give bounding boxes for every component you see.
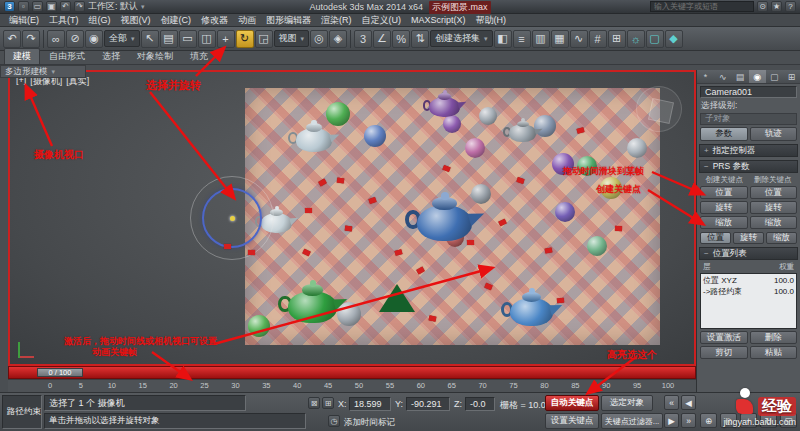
keyinfo-旋转-button[interactable]: 旋转 xyxy=(733,232,764,244)
list-剪切-button[interactable]: 剪切 xyxy=(700,346,748,359)
menu-MAXScript(X)[interactable]: MAXScript(X) xyxy=(406,14,471,27)
list-粘贴-button[interactable]: 粘贴 xyxy=(750,346,798,359)
scene-teapot[interactable] xyxy=(285,280,341,324)
render-setup-icon[interactable]: ☼ xyxy=(627,30,645,48)
viewcube[interactable] xyxy=(636,86,682,132)
hierarchy-tab[interactable]: ▤ xyxy=(731,70,748,83)
favorites-icon[interactable]: ★ xyxy=(771,1,782,12)
scene-sphere[interactable] xyxy=(577,156,597,176)
angle-snap-icon[interactable]: ∠ xyxy=(373,30,391,48)
create-key-缩放-button[interactable]: 缩放 xyxy=(700,216,748,229)
save-file-icon[interactable]: ▣ xyxy=(46,1,57,12)
window-crossing-icon[interactable]: ◫ xyxy=(198,30,216,48)
scene-sphere[interactable] xyxy=(552,153,574,175)
list-item[interactable]: ->路径约束100.0 xyxy=(703,286,794,297)
menu-渲染(R)[interactable]: 渲染(R) xyxy=(316,14,357,27)
zoom-icon[interactable]: ⊕ xyxy=(700,413,717,428)
scene-teapot[interactable] xyxy=(293,120,335,153)
scene-sphere[interactable] xyxy=(248,315,270,337)
menu-工具(T)[interactable]: 工具(T) xyxy=(44,14,84,27)
display-tab[interactable]: ▢ xyxy=(766,70,783,83)
maxscript-mini-listener[interactable]: 路径约束 xyxy=(2,395,42,429)
motion-tab[interactable]: ◉ xyxy=(749,70,766,83)
ribbon-toggle-icon[interactable]: ▦ xyxy=(551,30,569,48)
set-key-button[interactable]: 设置关键点 xyxy=(545,413,599,429)
delete-key-缩放-button[interactable]: 缩放 xyxy=(750,216,798,229)
align-icon[interactable]: ≡ xyxy=(513,30,531,48)
material-editor-icon[interactable]: ⊞ xyxy=(608,30,626,48)
trajectories-button[interactable]: 轨迹 xyxy=(750,127,798,141)
redo-quick-icon[interactable]: ↷ xyxy=(74,1,85,12)
select-object-icon[interactable]: ↖ xyxy=(141,30,159,48)
track-bar[interactable]: 0 / 100 xyxy=(8,366,696,379)
y-coordinate-field[interactable]: -90.291 xyxy=(406,397,450,411)
help-icon[interactable]: ? xyxy=(785,1,796,12)
zoom-extents-icon[interactable]: ◎ xyxy=(720,413,737,428)
menu-修改器[interactable]: 修改器 xyxy=(196,14,233,27)
menu-动画[interactable]: 动画 xyxy=(233,14,261,27)
time-tag-clock-icon[interactable]: ◷ xyxy=(328,415,340,427)
redo-icon[interactable]: ↷ xyxy=(22,30,40,48)
x-coordinate-field[interactable]: 18.599 xyxy=(349,397,391,411)
unlink-icon[interactable]: ⊘ xyxy=(66,30,84,48)
undo-icon[interactable]: ↶ xyxy=(3,30,21,48)
list-删除-button[interactable]: 删除 xyxy=(750,331,798,344)
time-slider-handle[interactable]: 0 / 100 xyxy=(37,368,83,377)
key-filters-button[interactable]: 关键点过滤器... xyxy=(601,413,663,429)
go-start-icon[interactable]: « xyxy=(664,395,679,410)
create-key-位置-button[interactable]: 位置 xyxy=(700,186,748,199)
pan-icon[interactable]: + xyxy=(740,413,757,428)
scene-teapot[interactable] xyxy=(507,118,539,143)
undo-quick-icon[interactable]: ↶ xyxy=(60,1,71,12)
parameters-button[interactable]: 参数 xyxy=(700,127,748,141)
orbit-icon[interactable]: ↻ xyxy=(760,413,777,428)
z-coordinate-field[interactable]: -0.0 xyxy=(465,397,495,411)
prev-frame-icon[interactable]: ◀ xyxy=(681,395,696,410)
menu-帮助(H)[interactable]: 帮助(H) xyxy=(471,14,512,27)
new-scene-icon[interactable]: ▫ xyxy=(18,1,29,12)
absolute-mode-icon[interactable]: ⊞ xyxy=(322,397,334,409)
add-time-tag[interactable]: 添加时间标记 xyxy=(344,417,395,429)
scene-sphere[interactable] xyxy=(364,125,386,147)
scene-teapot[interactable] xyxy=(259,206,295,234)
assign-controller-rollout[interactable]: + 指定控制器 xyxy=(699,144,798,157)
scene-sphere[interactable] xyxy=(465,138,485,158)
sub-object-button[interactable]: 子对象 xyxy=(700,113,797,125)
mirror-icon[interactable]: ◧ xyxy=(494,30,512,48)
spinner-snap-icon[interactable]: ⇅ xyxy=(411,30,429,48)
menu-编辑(E)[interactable]: 编辑(E) xyxy=(4,14,44,27)
named-selection-sets-dropdown[interactable]: 创建选择集▾ xyxy=(430,30,493,47)
ref-coord-dropdown[interactable]: 视图▾ xyxy=(274,30,310,47)
select-link-icon[interactable]: ∞ xyxy=(47,30,65,48)
search-icon[interactable]: ⊙ xyxy=(757,1,768,12)
scene-pyramid[interactable] xyxy=(379,284,415,312)
percent-snap-icon[interactable]: % xyxy=(392,30,410,48)
render-production-icon[interactable]: ◆ xyxy=(665,30,683,48)
schematic-view-icon[interactable]: # xyxy=(589,30,607,48)
scene-sphere[interactable] xyxy=(555,202,575,222)
select-manipulate-icon[interactable]: ◈ xyxy=(329,30,347,48)
scene-sphere[interactable] xyxy=(600,177,622,199)
keyinfo-缩放-button[interactable]: 缩放 xyxy=(766,232,797,244)
selection-filter-dropdown[interactable]: 全部▾ xyxy=(104,30,140,47)
bind-spacewarp-icon[interactable]: ◉ xyxy=(85,30,103,48)
scene-sphere[interactable] xyxy=(479,107,497,125)
keyinfo-位置-button[interactable]: 位置 xyxy=(700,232,731,244)
scene-sphere[interactable] xyxy=(587,236,607,256)
camera-viewport[interactable]: [+] [摄像机] [真实] xyxy=(8,70,696,366)
menu-自定义(U)[interactable]: 自定义(U) xyxy=(357,14,407,27)
app-icon[interactable]: 3 xyxy=(4,1,15,12)
select-by-name-icon[interactable]: ▤ xyxy=(160,30,178,48)
use-pivot-icon[interactable]: ◎ xyxy=(310,30,328,48)
controller-list[interactable]: 位置 XYZ100.0->路径约束100.0 xyxy=(700,273,797,329)
modify-tab[interactable]: ∿ xyxy=(714,70,731,83)
utilities-tab[interactable]: ⊞ xyxy=(783,70,800,83)
play-icon[interactable]: ▶ xyxy=(664,413,679,428)
ribbon-tab-填充[interactable]: 填充 xyxy=(182,49,216,64)
list-设置激活-button[interactable]: 设置激活 xyxy=(700,331,748,344)
selected-object-button[interactable]: 选定对象 xyxy=(601,395,653,411)
open-file-icon[interactable]: ▭ xyxy=(32,1,43,12)
scene-teapot[interactable] xyxy=(413,192,477,242)
delete-key-旋转-button[interactable]: 旋转 xyxy=(750,201,798,214)
select-rotate-icon[interactable]: ↻ xyxy=(236,30,254,48)
